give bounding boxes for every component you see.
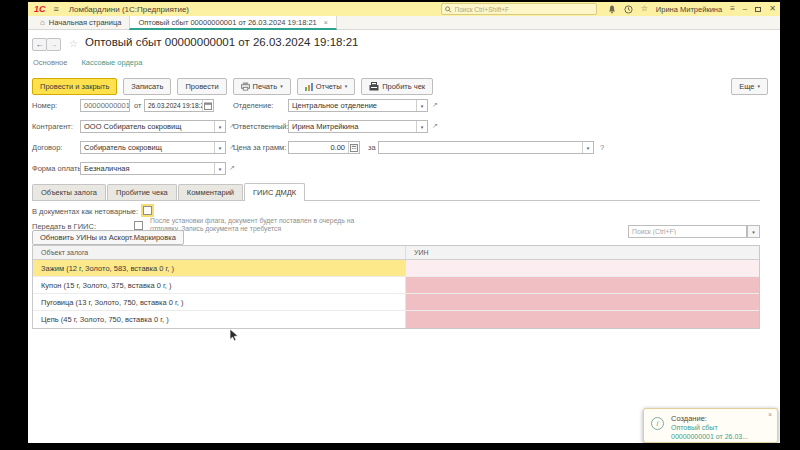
history-clock-icon[interactable] <box>624 5 633 14</box>
back-button[interactable]: ← <box>32 38 47 51</box>
counterparty-field[interactable]: ООО Собиратель сокровищ ▾ <box>80 120 226 133</box>
table-search-dropdown-icon[interactable]: ▾ <box>747 225 760 238</box>
window-title: Ломбардлини (1С:Предприятие) <box>69 5 189 14</box>
uin-cell[interactable] <box>406 294 759 310</box>
report-chart-icon <box>305 83 313 91</box>
pledge-objects-table: Объект залога УИН Зажим (12 г, Золото, 5… <box>32 245 760 329</box>
post-and-close-button[interactable]: Провести и закрыть <box>32 78 117 95</box>
calendar-icon[interactable] <box>202 100 213 111</box>
table-row[interactable]: Зажим (12 г, Золото, 583, вставка 0 г, ) <box>33 260 759 277</box>
window-tab-bar: ⌂ Начальная страница Оптовый сбыт 000000… <box>28 16 780 30</box>
notification-link-line1[interactable]: Оптовый сбыт <box>671 424 718 431</box>
tab-home-label: Начальная страница <box>49 18 122 27</box>
notification-toast[interactable]: i Создание: × Оптовый сбыт 00000000001 о… <box>643 408 778 443</box>
notifications-bell-icon[interactable] <box>608 5 616 14</box>
video-letterbox-stage: 1С ≡ Ломбардлини (1С:Предприятие) ☆ Ирин… <box>0 0 800 450</box>
cash-register-icon <box>369 82 379 91</box>
responsible-label: Ответственный: <box>233 122 289 131</box>
date-prefix-label: от <box>134 101 141 110</box>
write-button[interactable]: Записать <box>123 78 171 95</box>
number-field[interactable]: 00000000001 <box>80 99 130 112</box>
counterparty-label: Контрагент: <box>32 122 73 131</box>
table-row[interactable]: Купон (15 г, Золото, 375, вставка 0 г, ) <box>33 277 759 294</box>
table-search-input[interactable] <box>628 225 747 238</box>
tab-receipt-punching[interactable]: Пробитие чека <box>107 184 177 200</box>
tab-home[interactable]: ⌂ Начальная страница <box>32 16 129 29</box>
main-menu-icon[interactable]: ≡ <box>54 2 59 16</box>
document-nav-links: Основное Кассовые ордера <box>33 58 142 67</box>
per-field[interactable]: ▾ <box>378 141 594 154</box>
send-to-giis-checkbox[interactable] <box>134 221 143 230</box>
home-icon: ⌂ <box>40 18 45 27</box>
post-button[interactable]: Провести <box>177 78 226 95</box>
date-field[interactable]: 26.03.2024 19:18:21 <box>144 99 214 112</box>
tab-document[interactable]: Оптовый сбыт 00000000001 от 26.03.2024 1… <box>129 16 336 30</box>
chevron-down-icon: ▾ <box>757 84 760 89</box>
table-row[interactable]: Цепь (45 г, Золото, 750, вставка 0 г, ) <box>33 311 759 328</box>
calculator-icon[interactable] <box>348 142 359 153</box>
per-label: за <box>368 143 376 152</box>
number-label: Номер: <box>32 101 57 110</box>
open-link-icon[interactable]: ↗ <box>229 164 235 172</box>
payment-form-field[interactable]: Безналичная ▾ <box>80 162 226 175</box>
reports-button[interactable]: Отчеты ▾ <box>297 78 355 95</box>
mouse-cursor <box>229 328 239 346</box>
price-per-gram-label: Цена за грамм: <box>233 143 286 152</box>
minimize-button[interactable]: – <box>743 2 747 16</box>
column-header-object[interactable]: Объект залога <box>33 246 406 259</box>
more-button[interactable]: Еще ▾ <box>731 78 768 95</box>
payment-form-label: Форма оплаты: <box>32 164 85 173</box>
department-field[interactable]: Центральное отделение ▾ <box>288 99 428 112</box>
favorite-star-icon[interactable]: ☆ <box>69 38 78 49</box>
help-icon[interactable]: ? <box>600 143 604 152</box>
price-per-gram-field[interactable]: 0.00 <box>288 141 360 154</box>
uin-cell[interactable] <box>406 260 759 276</box>
chevron-down-icon: ▾ <box>345 84 348 89</box>
print-button[interactable]: Печать ▾ <box>233 78 291 95</box>
open-link-icon[interactable]: ↗ <box>432 101 438 109</box>
notification-link-line2[interactable]: 00000000001 от 26.03... <box>671 433 748 440</box>
contract-field[interactable]: Собиратель сокровищ ▾ <box>80 141 226 154</box>
nontrade-checkbox[interactable] <box>143 206 152 215</box>
chevron-down-icon[interactable]: ▾ <box>582 142 593 153</box>
tab-giis-dmdk[interactable]: ГИИС ДМДК <box>244 183 305 201</box>
nav-main[interactable]: Основное <box>33 58 67 67</box>
punch-receipt-button[interactable]: Пробить чек <box>361 78 433 95</box>
chevron-down-icon[interactable]: ▾ <box>416 121 427 132</box>
chevron-down-icon[interactable]: ▾ <box>214 163 225 174</box>
tab-comment[interactable]: Комментарий <box>178 184 243 200</box>
close-window-button[interactable]: ✕ <box>769 2 776 16</box>
notification-title: Создание: <box>671 414 707 423</box>
department-label: Отделение: <box>233 101 273 110</box>
chevron-down-icon[interactable]: ▾ <box>416 100 427 111</box>
app-window: 1С ≡ Ломбардлини (1С:Предприятие) ☆ Ирин… <box>28 2 780 443</box>
global-search[interactable] <box>441 3 597 15</box>
document-title: Оптовый сбыт 00000000001 от 26.03.2024 1… <box>85 36 358 48</box>
document-tab-strip: Объекты залога Пробитие чека Комментарий… <box>32 183 760 201</box>
global-search-input[interactable] <box>455 6 593 13</box>
tab-close-icon[interactable]: × <box>324 19 328 26</box>
uin-cell[interactable] <box>406 311 759 328</box>
notification-close-icon[interactable]: × <box>768 411 772 418</box>
titlebar: 1С ≡ Ломбардлини (1С:Предприятие) ☆ Ирин… <box>28 2 780 16</box>
column-header-uin[interactable]: УИН <box>406 246 759 259</box>
uin-cell[interactable] <box>406 277 759 293</box>
update-uins-button[interactable]: Обновить УИНы из Аскорт.Маркировка <box>32 230 184 245</box>
favorites-star-icon[interactable]: ☆ <box>641 2 648 16</box>
service-menu-icon[interactable]: ≡ <box>730 2 735 16</box>
nav-cash-orders-link[interactable]: Кассовые ордера <box>81 58 142 67</box>
open-link-icon[interactable]: ↗ <box>432 122 438 130</box>
history-nav-buttons: ← → <box>32 38 61 51</box>
table-row[interactable]: Пуговица (13 г, Золото, 750, вставка 0 г… <box>33 294 759 311</box>
contract-label: Договор: <box>32 143 62 152</box>
chevron-down-icon: ▾ <box>280 84 283 89</box>
forward-button[interactable]: → <box>46 38 61 51</box>
chevron-down-icon[interactable]: ▾ <box>214 142 225 153</box>
tab-pledge-objects[interactable]: Объекты залога <box>32 184 106 200</box>
maximize-button[interactable] <box>755 7 761 12</box>
1c-logo: 1С <box>34 2 46 16</box>
responsible-field[interactable]: Ирина Митрейкина ▾ <box>288 120 428 133</box>
current-user[interactable]: Ирина Митрейкина <box>656 5 722 14</box>
tab-document-label: Оптовый сбыт 00000000001 от 26.03.2024 1… <box>138 18 316 27</box>
chevron-down-icon[interactable]: ▾ <box>214 121 225 132</box>
